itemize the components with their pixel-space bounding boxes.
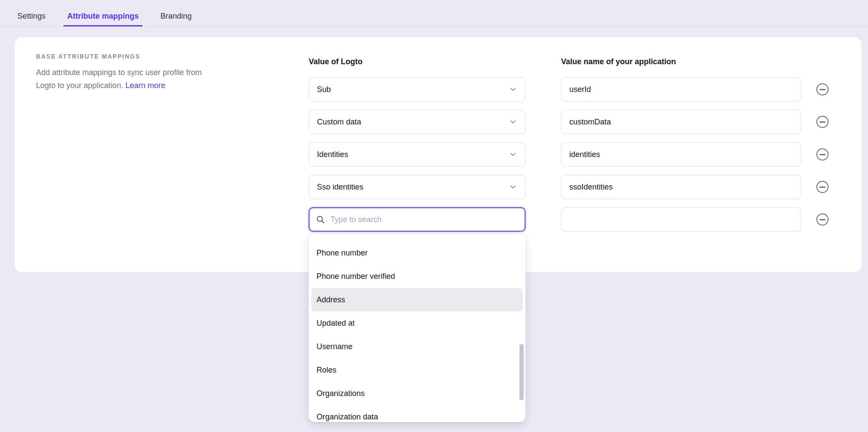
tab-branding-label: Branding bbox=[160, 12, 192, 21]
app-value-input[interactable] bbox=[561, 77, 801, 101]
tab-attribute-mappings-label: Attribute mappings bbox=[67, 12, 139, 21]
logto-value-select-value: Sub bbox=[317, 85, 331, 94]
column-header-value-name-of-application: Value name of your application bbox=[561, 57, 676, 66]
app-value-input-empty[interactable] bbox=[561, 207, 801, 232]
minus-circle-icon[interactable] bbox=[816, 148, 829, 160]
dropdown-option-address[interactable]: Address bbox=[311, 288, 523, 311]
minus-circle-icon[interactable] bbox=[816, 181, 829, 193]
section-description-line1: Add attribute mappings to sync user prof… bbox=[36, 66, 253, 79]
minus-circle-icon[interactable] bbox=[816, 83, 829, 95]
chevron-down-icon bbox=[509, 150, 517, 159]
minus-circle-icon[interactable] bbox=[816, 116, 829, 128]
logto-value-search-combobox[interactable] bbox=[309, 207, 525, 232]
minus-circle-icon[interactable] bbox=[816, 213, 829, 226]
dropdown-option-phone-number-verified[interactable]: Phone number verified bbox=[311, 265, 523, 288]
dropdown-option-username[interactable]: Username bbox=[311, 335, 523, 358]
logto-value-select[interactable]: Identities bbox=[309, 142, 525, 167]
search-input[interactable] bbox=[330, 215, 519, 225]
section-description: Add attribute mappings to sync user prof… bbox=[36, 66, 253, 92]
mapping-row-new bbox=[309, 207, 829, 232]
dropdown-option-roles[interactable]: Roles bbox=[311, 358, 523, 382]
mapping-row: Custom data bbox=[309, 110, 829, 134]
app-value-input[interactable] bbox=[561, 110, 801, 134]
mapping-row: Sub bbox=[309, 77, 829, 101]
logto-value-select[interactable]: Custom data bbox=[309, 110, 525, 134]
chevron-down-icon bbox=[509, 85, 517, 94]
tab-attribute-mappings[interactable]: Attribute mappings bbox=[63, 6, 143, 26]
tab-settings[interactable]: Settings bbox=[13, 6, 49, 26]
section-info: BASE ATTRIBUTE MAPPINGS Add attribute ma… bbox=[36, 53, 253, 92]
tab-settings-label: Settings bbox=[17, 12, 46, 21]
app-value-input[interactable] bbox=[561, 142, 801, 167]
dropdown-option-organization-data[interactable]: Organization data bbox=[311, 405, 523, 422]
chevron-down-icon bbox=[509, 183, 517, 191]
logto-value-select[interactable]: Sso identities bbox=[309, 175, 525, 199]
attribute-dropdown-popover: Phone number Phone number verified Addre… bbox=[309, 235, 525, 422]
section-description-line2: Logto to your application. bbox=[36, 81, 123, 90]
attribute-mappings-page: Settings Attribute mappings Branding BAS… bbox=[0, 0, 868, 432]
logto-value-select-value: Custom data bbox=[317, 118, 361, 127]
mapping-row: Identities bbox=[309, 142, 829, 167]
logto-value-select-value: Identities bbox=[317, 150, 348, 159]
mapping-row: Sso identities bbox=[309, 175, 829, 199]
column-header-value-of-logto: Value of Logto bbox=[309, 57, 362, 66]
dropdown-option-phone-number[interactable]: Phone number bbox=[311, 241, 523, 265]
learn-more-link[interactable]: Learn more bbox=[125, 81, 165, 90]
tab-bar: Settings Attribute mappings Branding bbox=[0, 0, 868, 26]
app-value-input[interactable] bbox=[561, 175, 801, 199]
section-title: BASE ATTRIBUTE MAPPINGS bbox=[36, 53, 253, 60]
logto-value-select-value: Sso identities bbox=[317, 183, 363, 192]
logto-value-select[interactable]: Sub bbox=[309, 77, 525, 101]
dropdown-scrollbar-thumb[interactable] bbox=[519, 344, 524, 400]
mapping-rows: Sub Custom data Identities bbox=[309, 77, 829, 240]
search-icon bbox=[316, 215, 325, 224]
chevron-down-icon bbox=[509, 118, 517, 126]
dropdown-option-organizations[interactable]: Organizations bbox=[311, 382, 523, 405]
dropdown-option-updated-at[interactable]: Updated at bbox=[311, 311, 523, 335]
tab-branding[interactable]: Branding bbox=[157, 6, 196, 26]
